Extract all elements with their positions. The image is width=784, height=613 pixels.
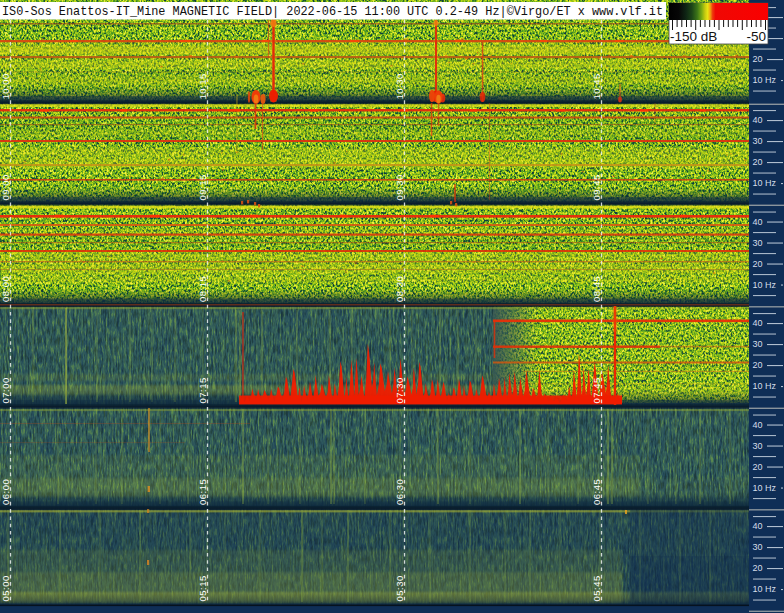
svg-text:09:30: 09:30 xyxy=(394,174,405,200)
svg-text:07:00: 07:00 xyxy=(0,377,11,403)
svg-text:10 Hz: 10 Hz xyxy=(753,75,777,85)
svg-text:10:15: 10:15 xyxy=(197,73,208,99)
svg-text:06:45: 06:45 xyxy=(591,479,602,505)
svg-text:-50: -50 xyxy=(746,29,766,44)
svg-text:20: 20 xyxy=(753,259,763,269)
svg-text:10 Hz: 10 Hz xyxy=(753,483,777,493)
svg-text:40: 40 xyxy=(753,318,763,328)
svg-text:40: 40 xyxy=(753,115,763,125)
svg-text:06:15: 06:15 xyxy=(197,479,208,505)
svg-text:20: 20 xyxy=(753,462,763,472)
svg-text:08:45: 08:45 xyxy=(591,276,602,302)
svg-text:10:00: 10:00 xyxy=(0,73,11,99)
svg-text:30: 30 xyxy=(753,339,763,349)
svg-text:40: 40 xyxy=(753,420,763,430)
svg-text:20: 20 xyxy=(753,563,763,573)
svg-text:10 Hz: 10 Hz xyxy=(753,178,777,188)
svg-text:07:30: 07:30 xyxy=(394,377,405,403)
svg-text:10 Hz: 10 Hz xyxy=(753,584,777,594)
svg-text:08:15: 08:15 xyxy=(197,276,208,302)
svg-text:09:15: 09:15 xyxy=(197,174,208,200)
svg-text:30: 30 xyxy=(753,136,763,146)
svg-text:10 Hz: 10 Hz xyxy=(753,280,777,290)
svg-text:20: 20 xyxy=(753,360,763,370)
svg-text:30: 30 xyxy=(753,542,763,552)
svg-text:30: 30 xyxy=(753,238,763,248)
svg-text:06:30: 06:30 xyxy=(394,479,405,505)
svg-text:10:45: 10:45 xyxy=(591,73,602,99)
svg-text:08:30: 08:30 xyxy=(394,276,405,302)
svg-text:09:00: 09:00 xyxy=(0,174,11,200)
svg-text:IS0-Sos Enattos-IT_Mine MAGNET: IS0-Sos Enattos-IT_Mine MAGNETIC FIELD| … xyxy=(2,5,663,19)
svg-text:30: 30 xyxy=(753,441,763,451)
svg-text:10:30: 10:30 xyxy=(394,73,405,99)
svg-text:07:45: 07:45 xyxy=(591,377,602,403)
svg-text:20: 20 xyxy=(753,157,763,167)
svg-text:08:00: 08:00 xyxy=(0,276,11,302)
svg-text:05:30: 05:30 xyxy=(394,575,405,601)
svg-text:-150 dB: -150 dB xyxy=(670,29,717,44)
svg-text:40: 40 xyxy=(753,217,763,227)
svg-text:05:45: 05:45 xyxy=(591,575,602,601)
svg-text:10 Hz: 10 Hz xyxy=(753,381,777,391)
svg-text:20: 20 xyxy=(753,54,763,64)
svg-text:09:45: 09:45 xyxy=(591,174,602,200)
svg-text:05:15: 05:15 xyxy=(197,575,208,601)
svg-text:05:00: 05:00 xyxy=(0,575,11,601)
svg-text:40: 40 xyxy=(753,521,763,531)
svg-text:07:15: 07:15 xyxy=(197,377,208,403)
svg-text:06:00: 06:00 xyxy=(0,479,11,505)
